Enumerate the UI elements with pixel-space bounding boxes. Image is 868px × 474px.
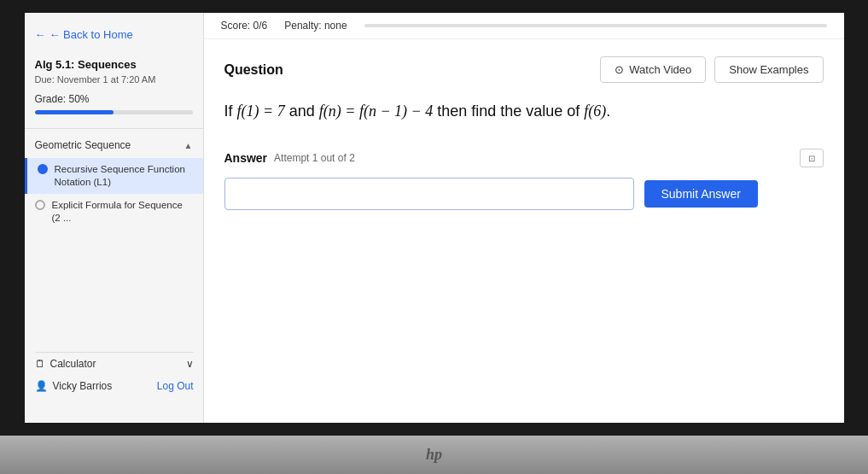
- back-to-home-label: ← Back to Home: [50, 28, 133, 41]
- answer-section: Answer Attempt 1 out of 2 ⊡ Submit Answe…: [224, 149, 824, 210]
- sidebar: ← ← Back to Home Alg 5.1: Sequences Due:…: [25, 13, 204, 423]
- score-label: Score: 0/6: [221, 20, 268, 32]
- watch-video-label: Watch Video: [629, 63, 691, 76]
- user-name: Vicky Barrios: [53, 380, 113, 392]
- assignment-title: Alg 5.1: Sequences: [25, 48, 203, 73]
- math-f6: f(6): [584, 102, 606, 120]
- expand-icon[interactable]: ⊡: [800, 149, 824, 167]
- sidebar-item-explicit[interactable]: Explicit Formula for Sequence (2 ...: [25, 194, 203, 230]
- question-text: If f(1) = 7 and f(n) = f(n − 1) − 4 then…: [224, 100, 824, 123]
- radio-empty-icon: [35, 200, 45, 210]
- main-content: Score: 0/6 Penalty: none Question ⊙ Watc…: [204, 13, 844, 423]
- answer-top-row: Answer Attempt 1 out of 2 ⊡: [224, 149, 824, 167]
- show-examples-button[interactable]: Show Examples: [714, 56, 823, 83]
- header-buttons: ⊙ Watch Video Show Examples: [600, 56, 823, 83]
- calculator-label: Calculator: [50, 358, 96, 370]
- answer-input[interactable]: [224, 178, 634, 210]
- play-circle-icon: ⊙: [615, 63, 624, 76]
- question-header: Question ⊙ Watch Video Show Examples: [224, 56, 824, 83]
- back-arrow-icon: ←: [35, 28, 46, 41]
- sidebar-item-recursive[interactable]: Recursive Sequence Function Notation (L1…: [25, 158, 203, 194]
- explicit-item-label: Explicit Formula for Sequence (2 ...: [52, 199, 193, 225]
- grade-bar-fill: [35, 110, 114, 114]
- score-bar-line: [364, 24, 827, 27]
- section-chevron-icon: ▲: [184, 141, 193, 150]
- score-bar: Score: 0/6 Penalty: none: [204, 13, 844, 39]
- user-left: 👤 Vicky Barrios: [35, 380, 113, 392]
- submit-button[interactable]: Submit Answer: [644, 180, 758, 208]
- calculator-row[interactable]: 🗒 Calculator ∨: [35, 352, 194, 375]
- logout-link[interactable]: Log Out: [157, 380, 194, 392]
- sidebar-divider: [25, 128, 203, 129]
- show-examples-label: Show Examples: [729, 63, 808, 76]
- calculator-icon: 🗒: [35, 358, 45, 370]
- grade-bar-background: [35, 110, 193, 114]
- answer-row: Submit Answer: [224, 178, 824, 210]
- grade-label: Grade: 50%: [25, 91, 203, 107]
- back-to-home-link[interactable]: ← ← Back to Home: [25, 21, 203, 48]
- user-row: 👤 Vicky Barrios Log Out: [35, 375, 194, 397]
- assignment-due: Due: November 1 at 7:20 AM: [25, 73, 203, 91]
- question-container: Question ⊙ Watch Video Show Examples If …: [204, 39, 844, 227]
- laptop-bottom-bezel: hp: [0, 436, 868, 474]
- calculator-chevron-icon: ∨: [186, 358, 194, 370]
- answer-label: Answer: [224, 151, 268, 165]
- user-icon: 👤: [35, 380, 48, 392]
- geometric-sequence-section[interactable]: Geometric Sequence ▲: [25, 132, 203, 158]
- grade-bar-container: [25, 107, 203, 125]
- geometric-sequence-label: Geometric Sequence: [35, 139, 131, 151]
- sidebar-bottom: 🗒 Calculator ∨ 👤 Vicky Barrios Log Out: [25, 352, 204, 397]
- calculator-left: 🗒 Calculator: [35, 358, 96, 370]
- penalty-label: Penalty: none: [284, 20, 347, 32]
- watch-video-button[interactable]: ⊙ Watch Video: [600, 56, 706, 83]
- answer-attempt: Attempt 1 out of 2: [274, 152, 355, 164]
- math-fn: f(n) = f(n − 1) − 4: [319, 102, 433, 120]
- hp-logo: hp: [419, 447, 450, 464]
- question-label: Question: [224, 62, 283, 78]
- recursive-item-label: Recursive Sequence Function Notation (L1…: [55, 163, 193, 189]
- math-f1: f(1) = 7: [237, 102, 285, 120]
- radio-active-icon: [38, 164, 48, 174]
